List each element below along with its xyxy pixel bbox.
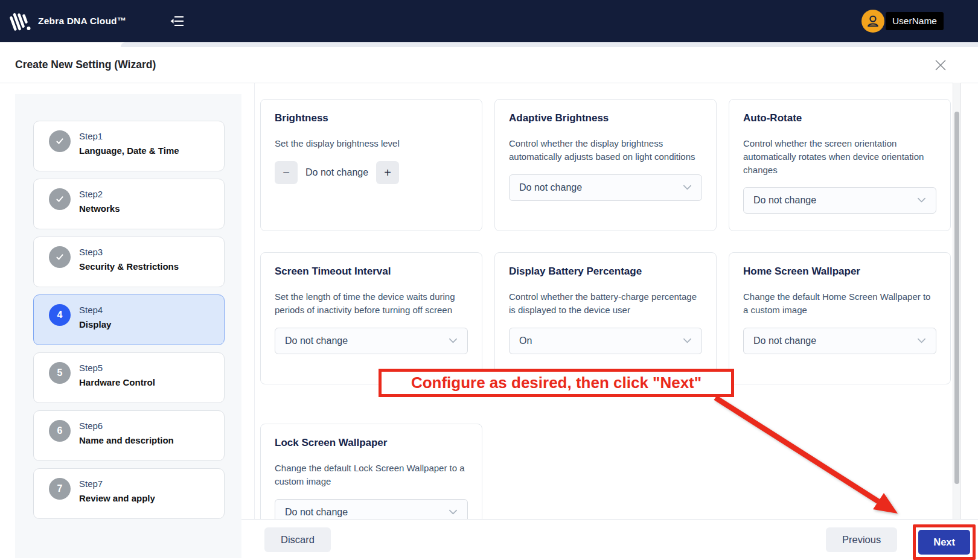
step-label: Step7 xyxy=(79,479,155,489)
chevron-down-icon xyxy=(683,338,692,344)
card-title: Lock Screen Wallpaper xyxy=(275,437,468,449)
scrollbar-thumb[interactable] xyxy=(954,112,959,484)
card-description: Control whether the screen orientation a… xyxy=(743,137,936,176)
card-description: Set the length of time the device waits … xyxy=(275,290,468,317)
card-description: Change the default Lock Screen Wallpaper… xyxy=(275,462,468,488)
settings-content: BrightnessSet the display brightness lev… xyxy=(241,83,951,519)
step-number: 4 xyxy=(49,304,71,326)
brightness-stepper: −Do not change+ xyxy=(275,161,468,184)
auto-rotate-dropdown[interactable]: Do not change xyxy=(743,187,936,214)
step-number: 6 xyxy=(49,420,71,442)
card-title: Auto-Rotate xyxy=(743,112,936,124)
next-button[interactable]: Next xyxy=(918,530,970,555)
step-item-hardware-control[interactable]: 5Step5Hardware Control xyxy=(33,352,225,403)
annotation-callout: Configure as desired, then click "Next" xyxy=(379,369,734,397)
collapse-sidebar-icon[interactable] xyxy=(170,14,184,28)
top-app-bar: Zebra DNA Cloud™ UserName xyxy=(0,0,978,42)
step-label: Step5 xyxy=(79,363,155,373)
check-icon xyxy=(49,246,71,268)
dropdown-value: On xyxy=(519,336,532,346)
card-title: Home Screen Wallpaper xyxy=(743,266,936,278)
modal-title: Create New Setting (Wizard) xyxy=(15,59,156,71)
setting-card-adaptive-brightness: Adaptive BrightnessControl whether the d… xyxy=(494,99,717,231)
card-title: Display Battery Percentage xyxy=(509,266,702,278)
zebra-logo-icon xyxy=(8,10,33,33)
chevron-down-icon xyxy=(917,338,926,344)
step-title: Hardware Control xyxy=(79,377,155,387)
adaptive-brightness-dropdown[interactable]: Do not change xyxy=(509,174,702,201)
dropdown-value: Do not change xyxy=(285,507,348,518)
step-title: Review and apply xyxy=(79,493,155,503)
wizard-footer: Discard Previous Next xyxy=(241,519,978,560)
screen-timeout-interval-dropdown[interactable]: Do not change xyxy=(275,328,468,354)
stepper-value: Do not change xyxy=(305,167,368,178)
settings-cards-wrap: BrightnessSet the display brightness lev… xyxy=(254,83,951,519)
setting-card-lock-screen-wallpaper: Lock Screen WallpaperChange the default … xyxy=(260,424,482,519)
display-battery-percentage-dropdown[interactable]: On xyxy=(509,328,702,354)
step-label: Step4 xyxy=(79,305,111,315)
previous-button[interactable]: Previous xyxy=(826,527,897,552)
step-title: Networks xyxy=(79,203,120,214)
background-strip xyxy=(0,42,978,47)
step-label: Step2 xyxy=(79,189,120,199)
step-item-networks[interactable]: Step2Networks xyxy=(33,179,225,229)
card-title: Brightness xyxy=(275,112,468,124)
step-label: Step1 xyxy=(79,131,179,141)
background-tab-edge xyxy=(121,42,978,47)
wizard-steps-list: Step1Language, Date & TimeStep2NetworksS… xyxy=(15,121,241,519)
check-icon xyxy=(49,188,71,210)
step-item-language-date-time[interactable]: Step1Language, Date & Time xyxy=(33,121,225,171)
settings-cards-grid: BrightnessSet the display brightness lev… xyxy=(260,99,951,519)
lock-screen-wallpaper-dropdown[interactable]: Do not change xyxy=(275,499,468,520)
discard-button[interactable]: Discard xyxy=(264,527,331,552)
card-title: Adaptive Brightness xyxy=(509,112,702,124)
chevron-down-icon xyxy=(449,509,458,515)
username-label: UserName xyxy=(886,12,944,30)
card-description: Control whether the display brightness a… xyxy=(509,137,702,164)
user-menu[interactable]: UserName xyxy=(861,10,944,33)
dropdown-value: Do not change xyxy=(753,195,816,206)
increase-button[interactable]: + xyxy=(376,161,399,184)
scrollbar-track[interactable] xyxy=(953,83,961,519)
setting-card-brightness: BrightnessSet the display brightness lev… xyxy=(260,99,482,231)
step-label: Step3 xyxy=(79,247,179,257)
setting-card-display-battery-percentage: Display Battery PercentageControl whethe… xyxy=(494,252,717,384)
step-title: Language, Date & Time xyxy=(79,145,179,156)
annotation-highlight-ring: Next xyxy=(913,524,976,560)
step-title: Name and description xyxy=(79,435,174,445)
avatar[interactable] xyxy=(861,10,884,33)
chevron-down-icon xyxy=(917,197,926,203)
card-description: Control whether the battery-charge perce… xyxy=(509,290,702,317)
dropdown-value: Do not change xyxy=(753,336,816,346)
step-label: Step6 xyxy=(79,421,174,431)
setting-card-screen-timeout-interval: Screen Timeout IntervalSet the length of… xyxy=(260,252,482,384)
person-icon xyxy=(865,13,881,29)
dropdown-value: Do not change xyxy=(519,182,582,193)
modal-header: Create New Setting (Wizard) xyxy=(0,47,978,83)
setting-card-auto-rotate: Auto-RotateControl whether the screen or… xyxy=(729,99,951,231)
step-item-name-and-description[interactable]: 6Step6Name and description xyxy=(33,410,225,461)
check-icon xyxy=(49,130,71,152)
step-item-security-restrictions[interactable]: Step3Security & Restrictions xyxy=(33,237,225,287)
decrease-button[interactable]: − xyxy=(275,161,298,184)
chevron-down-icon xyxy=(449,338,458,344)
app-window: Zebra DNA Cloud™ UserName Create New S xyxy=(0,0,978,560)
card-description: Change the default Home Screen Wallpaper… xyxy=(743,290,936,317)
wizard-steps-sidebar: Step1Language, Date & TimeStep2NetworksS… xyxy=(15,94,241,558)
dropdown-value: Do not change xyxy=(285,336,348,346)
step-item-review-and-apply[interactable]: 7Step7Review and apply xyxy=(33,468,225,519)
home-screen-wallpaper-dropdown[interactable]: Do not change xyxy=(743,328,936,354)
close-icon[interactable] xyxy=(935,59,947,71)
card-title: Screen Timeout Interval xyxy=(275,266,468,278)
card-description: Set the display brightness level xyxy=(275,137,468,150)
step-number: 5 xyxy=(49,362,71,384)
step-title: Display xyxy=(79,319,111,329)
step-title: Security & Restrictions xyxy=(79,261,179,272)
app-title: Zebra DNA Cloud™ xyxy=(38,16,126,27)
step-number: 7 xyxy=(49,478,71,500)
chevron-down-icon xyxy=(683,185,692,191)
step-item-display[interactable]: 4Step4Display xyxy=(33,294,225,345)
setting-card-home-screen-wallpaper: Home Screen WallpaperChange the default … xyxy=(729,252,951,384)
